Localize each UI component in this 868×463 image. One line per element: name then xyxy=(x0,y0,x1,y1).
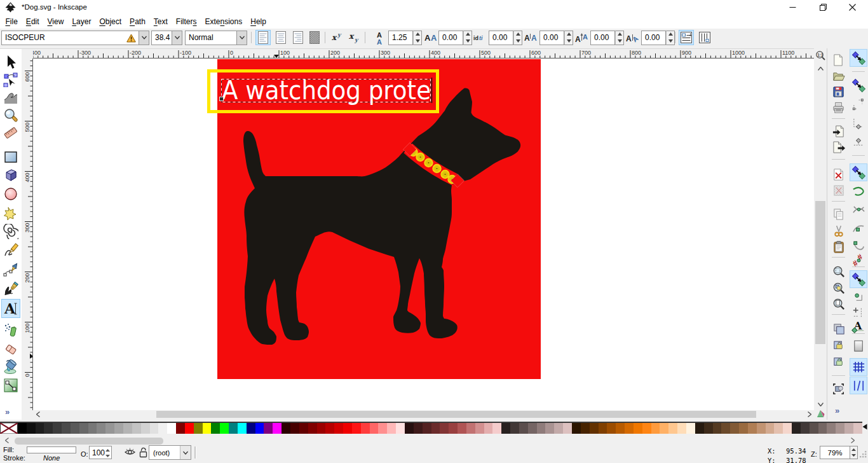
palette-swatch[interactable] xyxy=(766,423,775,434)
palette-swatch[interactable] xyxy=(203,423,212,434)
spin-up-button[interactable] xyxy=(514,31,522,38)
spin-up-button[interactable] xyxy=(414,31,421,38)
palette-swatch[interactable] xyxy=(466,423,475,434)
menu-edit[interactable]: Edit xyxy=(22,15,43,29)
tool-text[interactable]: A xyxy=(2,300,20,317)
menu-filters[interactable]: Filters xyxy=(172,15,201,29)
opacity-input[interactable]: 100 xyxy=(89,446,112,459)
character-rotation-spinner[interactable] xyxy=(666,31,675,45)
command-cut[interactable] xyxy=(831,224,846,238)
layer-lock-icon[interactable] xyxy=(139,447,147,458)
palette-swatch[interactable] xyxy=(572,423,581,434)
tool-eraser[interactable] xyxy=(2,341,20,359)
layer-select-dropdown-button[interactable] xyxy=(180,446,191,459)
palette-swatch[interactable] xyxy=(220,423,229,434)
palette-swatch[interactable] xyxy=(229,423,238,434)
tool-measure[interactable] xyxy=(2,124,20,142)
palette-swatch[interactable] xyxy=(150,423,159,434)
palette-swatch[interactable] xyxy=(185,423,194,434)
menu-layer[interactable]: Layer xyxy=(68,15,95,29)
palette-swatch[interactable] xyxy=(836,423,844,434)
command-open[interactable] xyxy=(831,69,846,83)
vertical-scrollbar[interactable]: 1:1 xyxy=(814,48,827,410)
word-spacing-input[interactable]: 0.00 xyxy=(489,31,513,45)
palette-swatch[interactable] xyxy=(423,423,431,434)
palette-swatch[interactable] xyxy=(18,423,27,434)
scroll-right-arrow[interactable] xyxy=(804,410,814,418)
palette-swatch[interactable] xyxy=(440,423,449,434)
line-height-input[interactable]: 1.25 xyxy=(388,31,413,45)
palette-swatch-none[interactable] xyxy=(0,423,18,434)
palette-swatch[interactable] xyxy=(510,423,519,434)
palette-swatch[interactable] xyxy=(668,423,677,434)
spin-up-button[interactable] xyxy=(464,31,471,38)
sticky-zoom-button[interactable]: 1:1 xyxy=(814,48,827,62)
palette-swatch[interactable] xyxy=(141,423,150,434)
command-undo-missing[interactable] xyxy=(831,167,846,182)
scroll-up-arrow[interactable] xyxy=(814,64,827,73)
zoom-input[interactable]: 79% xyxy=(820,446,850,459)
palette-swatch[interactable] xyxy=(290,423,299,434)
superscript-button[interactable]: x y xyxy=(330,30,345,45)
spin-up-button[interactable] xyxy=(565,31,573,38)
palette-swatch[interactable] xyxy=(449,423,458,434)
command-zoom-drawing[interactable] xyxy=(831,280,846,295)
align-justify-button[interactable] xyxy=(307,30,322,45)
tool-calligraphy[interactable] xyxy=(2,280,20,298)
palette-swatch[interactable] xyxy=(563,423,572,434)
palette-swatch[interactable] xyxy=(88,423,97,434)
menu-view[interactable]: View xyxy=(43,15,68,29)
command-export[interactable] xyxy=(831,140,846,155)
opacity-spinner[interactable] xyxy=(105,447,111,459)
snap-text-baseline[interactable]: A xyxy=(850,318,867,335)
palette-swatch[interactable] xyxy=(343,423,352,434)
font-style-select[interactable]: Normal xyxy=(185,31,237,45)
palette-swatch[interactable] xyxy=(194,423,203,434)
palette-swatch[interactable] xyxy=(167,423,176,434)
close-button[interactable] xyxy=(837,0,867,15)
palette-swatch[interactable] xyxy=(704,423,713,434)
palette-swatch[interactable] xyxy=(264,423,273,434)
palette-swatch[interactable] xyxy=(651,423,660,434)
snap-path-intersections[interactable] xyxy=(850,202,867,218)
palette-swatch[interactable] xyxy=(414,423,423,434)
palette-swatch[interactable] xyxy=(818,423,827,434)
tool-pencil[interactable] xyxy=(2,241,20,259)
palette-swatch[interactable] xyxy=(607,423,616,434)
align-right-button[interactable] xyxy=(290,30,306,45)
tool-spray[interactable] xyxy=(2,321,20,338)
palette-swatch[interactable] xyxy=(501,423,510,434)
palette-swatch[interactable] xyxy=(484,423,493,434)
vertical-shift-input[interactable]: 0.00 xyxy=(590,31,615,45)
scroll-left-arrow[interactable] xyxy=(33,410,43,418)
vertical-scrollbar-thumb[interactable] xyxy=(815,201,825,344)
palette-swatch[interactable] xyxy=(62,423,71,434)
palette-scroll-right-arrow[interactable] xyxy=(851,437,855,445)
palette-swatch[interactable] xyxy=(783,423,792,434)
command-clone[interactable] xyxy=(831,338,846,353)
command-print[interactable] xyxy=(831,100,846,115)
snap-object-centers[interactable] xyxy=(850,289,867,305)
word-spacing-spinner[interactable] xyxy=(513,31,522,45)
tool-spiral[interactable] xyxy=(2,223,20,240)
spin-down-button[interactable] xyxy=(616,38,623,45)
vertical-shift-spinner[interactable] xyxy=(615,31,624,45)
palette-swatch[interactable] xyxy=(247,423,255,434)
zoom-spinner[interactable] xyxy=(850,446,858,459)
menu-file[interactable]: File xyxy=(1,15,22,29)
snap-bbox-corners[interactable] xyxy=(850,95,867,112)
spin-down-button[interactable] xyxy=(667,38,674,45)
menu-extensions[interactable]: Extensions xyxy=(201,15,247,29)
palette-swatch[interactable] xyxy=(730,423,739,434)
snap-snap-bbox[interactable] xyxy=(850,77,867,93)
palette-swatch[interactable] xyxy=(317,423,326,434)
menu-text[interactable]: Text xyxy=(149,15,172,29)
horizontal-scrollbar[interactable] xyxy=(33,410,814,418)
palette-swatch[interactable] xyxy=(273,423,281,434)
spin-down-button[interactable] xyxy=(514,38,522,45)
align-left-button[interactable] xyxy=(255,30,271,45)
palette-swatch[interactable] xyxy=(642,423,651,434)
command-import[interactable] xyxy=(831,124,846,139)
palette-swatch[interactable] xyxy=(590,423,599,434)
palette-swatch[interactable] xyxy=(255,423,264,434)
